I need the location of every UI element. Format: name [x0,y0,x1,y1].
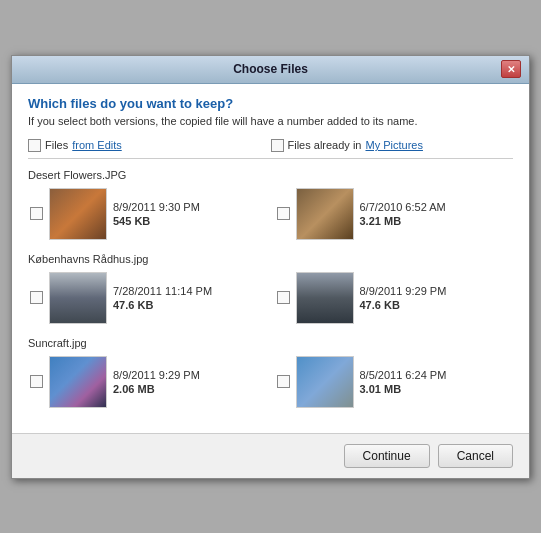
file-size-right-0: 3.21 MB [360,215,446,227]
file-checkbox-right-2[interactable] [277,375,290,388]
file-size-right-1: 47.6 KB [360,299,447,311]
file-checkbox-left-2[interactable] [30,375,43,388]
continue-button[interactable]: Continue [344,444,430,468]
thumb-right-0 [296,188,354,240]
file-row-2: 8/9/2011 9:29 PM 2.06 MB 8/5/2011 6:24 P… [28,353,513,411]
file-section-2: Suncraft.jpg 8/9/2011 9:29 PM 2.06 MB 8/… [28,337,513,411]
left-col-prefix: Files [45,139,68,151]
file-date-right-2: 8/5/2011 6:24 PM [360,369,447,381]
file-entry-left-2: 8/9/2011 9:29 PM 2.06 MB [28,353,267,411]
file-section-0: Desert Flowers.JPG 8/9/2011 9:30 PM 545 … [28,169,513,243]
right-col-checkbox[interactable] [271,139,284,152]
file-entry-right-2: 8/5/2011 6:24 PM 3.01 MB [275,353,514,411]
file-checkbox-right-1[interactable] [277,291,290,304]
right-col-header: Files already in My Pictures [271,139,514,152]
thumb-left-0 [49,188,107,240]
right-col-prefix: Files already in [288,139,362,151]
file-date-left-0: 8/9/2011 9:30 PM [113,201,200,213]
file-date-left-2: 8/9/2011 9:29 PM [113,369,200,381]
file-date-right-1: 8/9/2011 9:29 PM [360,285,447,297]
file-name-0: Desert Flowers.JPG [28,169,513,181]
left-col-header: Files from Edits [28,139,271,152]
left-col-checkbox[interactable] [28,139,41,152]
file-size-right-2: 3.01 MB [360,383,447,395]
dialog-content: Which files do you want to keep? If you … [12,84,529,433]
file-name-2: Suncraft.jpg [28,337,513,349]
thumb-left-2 [49,356,107,408]
left-col-link[interactable]: from Edits [72,139,122,151]
file-size-left-2: 2.06 MB [113,383,200,395]
file-entry-left-0: 8/9/2011 9:30 PM 545 KB [28,185,267,243]
file-info-right-1: 8/9/2011 9:29 PM 47.6 KB [360,285,447,311]
file-entry-left-1: 7/28/2011 11:14 PM 47.6 KB [28,269,267,327]
file-entry-right-0: 6/7/2010 6:52 AM 3.21 MB [275,185,514,243]
cancel-button[interactable]: Cancel [438,444,513,468]
file-checkbox-right-0[interactable] [277,207,290,220]
file-date-right-0: 6/7/2010 6:52 AM [360,201,446,213]
file-info-right-2: 8/5/2011 6:24 PM 3.01 MB [360,369,447,395]
file-date-left-1: 7/28/2011 11:14 PM [113,285,212,297]
file-entry-right-1: 8/9/2011 9:29 PM 47.6 KB [275,269,514,327]
file-info-left-2: 8/9/2011 9:29 PM 2.06 MB [113,369,200,395]
header-subtext: If you select both versions, the copied … [28,115,513,127]
header-question: Which files do you want to keep? [28,96,513,111]
file-section-1: Københavns Rådhus.jpg 7/28/2011 11:14 PM… [28,253,513,327]
file-info-left-1: 7/28/2011 11:14 PM 47.6 KB [113,285,212,311]
title-bar: Choose Files ✕ [12,56,529,84]
file-size-left-1: 47.6 KB [113,299,212,311]
file-size-left-0: 545 KB [113,215,200,227]
file-name-1: Københavns Rådhus.jpg [28,253,513,265]
columns-header: Files from Edits Files already in My Pic… [28,139,513,159]
dialog-window: Choose Files ✕ Which files do you want t… [11,55,530,479]
file-row-0: 8/9/2011 9:30 PM 545 KB 6/7/2010 6:52 AM… [28,185,513,243]
file-checkbox-left-0[interactable] [30,207,43,220]
file-info-right-0: 6/7/2010 6:52 AM 3.21 MB [360,201,446,227]
file-checkbox-left-1[interactable] [30,291,43,304]
close-button[interactable]: ✕ [501,60,521,78]
file-row-1: 7/28/2011 11:14 PM 47.6 KB 8/9/2011 9:29… [28,269,513,327]
bottom-bar: Continue Cancel [12,433,529,478]
dialog-title: Choose Files [40,62,501,76]
thumb-right-2 [296,356,354,408]
file-info-left-0: 8/9/2011 9:30 PM 545 KB [113,201,200,227]
right-col-link[interactable]: My Pictures [365,139,422,151]
thumb-left-1 [49,272,107,324]
thumb-right-1 [296,272,354,324]
